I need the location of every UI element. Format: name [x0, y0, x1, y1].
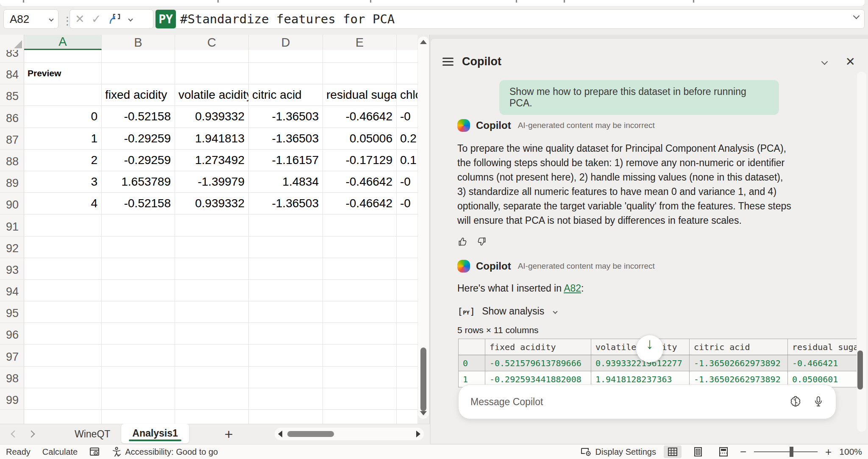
zoom-in-button[interactable]: + — [825, 445, 832, 459]
row-header-91[interactable]: 91 — [0, 214, 24, 236]
macro-record-icon[interactable] — [89, 447, 100, 457]
cell[interactable] — [249, 280, 323, 301]
cell[interactable]: -0 — [397, 171, 417, 193]
cell[interactable]: -0.46642 — [323, 106, 397, 128]
cell[interactable] — [102, 50, 175, 63]
zoom-out-button[interactable]: − — [740, 445, 746, 459]
column-header-C[interactable]: C — [175, 35, 249, 50]
cell[interactable]: 0.939332 — [175, 106, 249, 128]
cell[interactable] — [249, 236, 323, 258]
cell[interactable]: 3 — [24, 171, 102, 193]
cell[interactable]: 1.273492 — [175, 150, 249, 171]
cell[interactable]: -1.36503 — [249, 193, 323, 214]
sheet-tab-wineqt[interactable]: WineQT — [64, 425, 121, 444]
insert-python-object-icon[interactable] — [108, 12, 122, 26]
cell[interactable] — [249, 214, 323, 236]
cell[interactable]: -0.46642 — [323, 171, 397, 193]
sheet-vertical-scrollbar[interactable] — [418, 36, 429, 419]
cell[interactable] — [175, 280, 249, 301]
cell[interactable]: 2 — [24, 150, 102, 171]
cell[interactable]: -1.16157 — [249, 150, 323, 171]
menu-icon[interactable] — [442, 56, 453, 68]
cell[interactable] — [102, 410, 175, 424]
cell[interactable] — [397, 214, 417, 236]
cell[interactable]: 0.2 — [397, 128, 417, 150]
column-header-D[interactable]: D — [249, 35, 323, 50]
cell[interactable] — [323, 345, 397, 366]
row-header-90[interactable]: 90 — [0, 193, 24, 214]
column-header-E[interactable]: E — [323, 35, 397, 50]
cell[interactable] — [323, 63, 397, 84]
cell[interactable] — [102, 367, 175, 388]
cell[interactable]: 4 — [24, 193, 102, 214]
cell[interactable]: 0.939332 — [175, 193, 249, 214]
cell[interactable] — [175, 367, 249, 388]
cell[interactable] — [175, 388, 249, 410]
cell[interactable]: -0.17129 — [323, 150, 397, 171]
cell[interactable]: -0 — [397, 106, 417, 128]
cell[interactable] — [397, 236, 417, 258]
cell[interactable] — [323, 388, 397, 410]
cancel-icon[interactable]: ✕ — [75, 14, 85, 25]
insert-chevron-icon[interactable] — [128, 17, 133, 21]
cell[interactable] — [397, 345, 417, 366]
cell[interactable] — [323, 367, 397, 388]
cell[interactable] — [249, 63, 323, 84]
cell[interactable] — [24, 214, 102, 236]
cell[interactable]: -1.36503 — [249, 128, 323, 150]
cell[interactable]: -1.39979 — [175, 171, 249, 193]
row-header-89[interactable]: 89 — [0, 171, 24, 193]
cell[interactable] — [24, 388, 102, 410]
cell[interactable] — [323, 410, 397, 424]
cell[interactable] — [24, 50, 102, 63]
cell[interactable] — [175, 301, 249, 323]
cell[interactable] — [175, 258, 249, 280]
view-normal-button[interactable] — [664, 445, 682, 458]
cell[interactable] — [323, 50, 397, 63]
cell[interactable] — [397, 258, 417, 280]
row-header-99[interactable]: 99 — [0, 388, 24, 410]
copilot-scrollbar-thumb[interactable] — [857, 351, 863, 389]
sheet-vscroll-thumb[interactable] — [420, 348, 426, 411]
cell[interactable]: chlorides — [397, 84, 417, 106]
cell[interactable] — [249, 323, 323, 345]
row-header-84[interactable]: 84 — [0, 63, 24, 84]
cell[interactable]: -0.29259 — [102, 128, 175, 150]
cell[interactable] — [24, 301, 102, 323]
name-box-chevron-icon[interactable] — [49, 17, 53, 21]
select-all-corner[interactable] — [0, 35, 24, 50]
cell[interactable] — [24, 345, 102, 366]
scroll-down-icon[interactable] — [420, 411, 427, 415]
cell[interactable] — [24, 280, 102, 301]
column-header-partial[interactable] — [397, 35, 417, 50]
row-header-95[interactable]: 95 — [0, 301, 24, 323]
zoom-level[interactable]: 100% — [839, 447, 862, 457]
cell[interactable] — [24, 84, 102, 106]
cell[interactable] — [397, 50, 417, 63]
zoom-slider[interactable] — [754, 451, 818, 452]
cell[interactable] — [24, 323, 102, 345]
cell[interactable] — [102, 280, 175, 301]
scroll-up-icon[interactable] — [420, 40, 427, 44]
sheet-tab-analysis1[interactable]: Analysis1 — [121, 424, 189, 443]
inserted-cell-link[interactable]: A82 — [564, 283, 581, 294]
tab-nav-right-icon[interactable] — [23, 431, 40, 438]
display-settings-button[interactable]: Display Settings — [580, 447, 656, 457]
cell[interactable]: fixed acidity — [102, 84, 175, 106]
cell[interactable]: 1 — [24, 128, 102, 150]
cell[interactable]: -0.29259 — [102, 150, 175, 171]
cell[interactable] — [175, 63, 249, 84]
column-header-B[interactable]: B — [102, 35, 175, 50]
cell[interactable] — [102, 301, 175, 323]
cell[interactable]: 0.1 — [397, 150, 417, 171]
cell[interactable] — [249, 301, 323, 323]
accessibility-status[interactable]: Accessibility: Good to go — [112, 447, 218, 457]
cell[interactable]: 1.941813 — [175, 128, 249, 150]
cell[interactable] — [175, 410, 249, 424]
hscroll-right-icon[interactable] — [416, 431, 420, 437]
cell[interactable] — [102, 236, 175, 258]
cell[interactable] — [397, 280, 417, 301]
formula-field[interactable]: PY #Standardize features for PCA — [155, 9, 865, 29]
cell[interactable] — [397, 410, 417, 424]
cell[interactable] — [323, 323, 397, 345]
